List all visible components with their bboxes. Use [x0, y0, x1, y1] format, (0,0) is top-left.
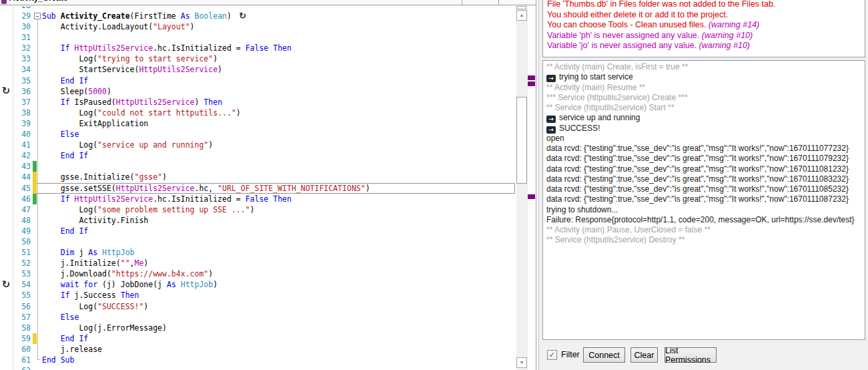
code-line[interactable]: 47 Log("some problem setting up SSE ..."… — [0, 204, 516, 215]
resumable-sub-margin-icon: ↻ — [0, 85, 12, 97]
line-number: 55 — [0, 290, 31, 301]
log-line: →trying to start service — [546, 72, 861, 82]
code-line[interactable]: 59 End If — [0, 333, 516, 344]
code-text: gsse.Initialize("gsse") — [42, 172, 167, 182]
zoom-indicator[interactable]: 100% — [462, 0, 499, 5]
line-number: 41 — [0, 140, 31, 150]
code-line[interactable]: 50 — [0, 236, 516, 247]
warning-line: File 'Thumbs.db' in Files folder was not… — [547, 0, 861, 10]
code-line[interactable]: 56 Log("SUCCESS!") — [0, 301, 516, 312]
sub-selector[interactable]: Activity_Create — [9, 0, 67, 4]
code-line[interactable]: 44 gsse.Initialize("gsse") — [0, 172, 516, 182]
scrollbar-top-cell — [516, 6, 526, 9]
code-text: If IsPaused(HttpUtils2Service) Then — [42, 97, 222, 108]
line-number: 46 — [0, 194, 31, 204]
warning-line: Variable 'jo' is never assigned any valu… — [547, 41, 861, 51]
line-number: 44 — [0, 172, 31, 182]
code-line[interactable]: 28 — [0, 6, 516, 11]
code-line[interactable]: 58 Log(j.ErrorMessage) — [0, 323, 516, 333]
warnings-panel[interactable]: File 'Thumbs.db' in Files folder was not… — [542, 0, 865, 57]
code-line[interactable]: 49 End If — [0, 226, 516, 236]
line-number: 51 — [0, 247, 31, 258]
code-line[interactable]: 30 Activity.LoadLayout("Layout") — [0, 21, 516, 32]
code-line[interactable]: 43 — [0, 161, 516, 172]
change-marker — [33, 161, 37, 172]
log-output-panel[interactable]: ** Activity (main) Create, isFirst = tru… — [542, 60, 865, 340]
list-permissions-button[interactable]: List Permissions — [665, 347, 717, 363]
code-text: If j.Success Then — [42, 290, 139, 301]
clear-button[interactable]: Clear — [630, 347, 658, 363]
code-text: Log("SUCCESS!") — [42, 301, 148, 312]
change-marker — [33, 194, 37, 204]
filter-checkbox[interactable]: ✓ — [547, 350, 557, 360]
code-text: ExitApplication — [42, 118, 148, 129]
scroll-up-icon[interactable]: ▲ — [516, 10, 527, 21]
line-number: 58 — [0, 323, 31, 333]
scroll-down-icon[interactable]: ▼ — [516, 357, 527, 368]
line-number: 29 — [0, 11, 31, 21]
code-line[interactable]: 53 j.Download("https://www.b4x.com") — [0, 268, 516, 279]
log-line: ** Service (httputils2service) Start ** — [546, 103, 861, 113]
code-line[interactable]: 35 End If — [0, 75, 516, 86]
editor-vertical-scrollbar[interactable]: ▲ ▼ — [516, 6, 528, 370]
log-arrow-icon: → — [546, 126, 556, 134]
code-line[interactable]: 40 Else — [0, 129, 516, 140]
log-line: data rcvd: {"testing":true,"sse_dev":"is… — [546, 184, 861, 194]
resumable-sub-margin-icon: ↻ — [0, 279, 12, 291]
code-line[interactable]: 55 If j.Success Then — [0, 290, 516, 301]
code-line[interactable]: 48 Activity.Finish — [0, 215, 516, 226]
code-line[interactable]: 42 End If — [0, 150, 516, 161]
code-line[interactable]: 34 StartService(HttpUtils2Service) — [0, 64, 516, 75]
line-number: 43 — [0, 161, 31, 172]
code-line[interactable]: 54 wait for (j) JobDone(j As HttpJob) — [0, 279, 516, 290]
log-line: *** Service (httputils2service) Create *… — [546, 93, 861, 103]
code-line[interactable]: 41 Log("service up and running") — [0, 140, 516, 150]
fold-toggle-icon[interactable]: − — [34, 13, 41, 19]
filter-control: ✓ Filter — [547, 349, 580, 361]
code-lines: 2829−Sub Activity_Create(FirstTime As Bo… — [0, 6, 516, 370]
code-text: Log("some problem setting up SSE ...") — [42, 204, 255, 215]
code-line[interactable]: 60 j.release — [0, 344, 516, 355]
code-line[interactable]: 37 If IsPaused(HttpUtils2Service) Then — [0, 97, 516, 108]
code-line[interactable]: 45 gsse.setSSE(HttpUtils2Service.hc, "UR… — [0, 183, 516, 194]
code-line[interactable]: 39 ExitApplication — [0, 118, 516, 129]
sub-module-icon — [1, 0, 7, 4]
filter-label: Filter — [561, 350, 580, 359]
code-editor-panel: Activity_Create 100% 2829−Sub Activity_C… — [0, 0, 539, 370]
line-number: 40 — [0, 129, 31, 140]
code-line[interactable]: 57 Else — [0, 312, 516, 323]
warning-line: You can choose Tools - Clean unused file… — [547, 20, 861, 31]
log-line: ** Activity (main) Resume ** — [546, 83, 861, 93]
line-number: 56 — [0, 301, 31, 312]
zoom-level-value: 100% — [462, 0, 498, 1]
line-number: 39 — [0, 118, 31, 129]
scrollbar-annotation-mark — [528, 81, 535, 86]
code-text: Activity.LoadLayout("Layout") — [42, 21, 195, 32]
code-text: Log("trying to start service") — [42, 53, 218, 64]
code-line[interactable]: 29−Sub Activity_Create(FirstTime As Bool… — [0, 11, 516, 21]
line-number: 62 — [0, 365, 31, 370]
log-line: ** Service (httputils2service) Destroy *… — [546, 235, 861, 245]
line-number: 33 — [0, 53, 31, 64]
code-line[interactable]: 52 j.Initialize("",Me) — [0, 258, 516, 268]
code-line[interactable]: 61End Sub — [0, 355, 516, 365]
code-line[interactable]: 62 — [0, 365, 516, 370]
scrollbar-thumb[interactable] — [516, 97, 527, 184]
code-area[interactable]: 2829−Sub Activity_Create(FirstTime As Bo… — [0, 6, 516, 370]
line-number: 52 — [0, 258, 31, 268]
code-line[interactable]: 33 Log("trying to start service") — [0, 53, 516, 64]
code-text: j.Initialize("",Me) — [42, 258, 148, 268]
line-number: 28 — [0, 6, 31, 11]
line-number: 37 — [0, 97, 31, 108]
code-line[interactable]: 32 If HttpUtils2Service.hc.IsInitialized… — [0, 43, 516, 53]
log-line: open — [546, 134, 861, 144]
line-number: 47 — [0, 204, 31, 215]
code-line[interactable]: 46 If HttpUtils2Service.hc.IsInitialized… — [0, 194, 516, 204]
code-line[interactable]: 51 Dim j As HttpJob — [0, 247, 516, 258]
code-text: End Sub — [42, 355, 74, 365]
code-line[interactable]: 38 Log("could not start httputils...") — [0, 108, 516, 118]
line-number: 50 — [0, 236, 31, 247]
code-line[interactable]: 36 Sleep(5000) — [0, 86, 516, 97]
code-line[interactable]: 31 — [0, 32, 516, 43]
connect-button[interactable]: Connect — [583, 347, 625, 363]
